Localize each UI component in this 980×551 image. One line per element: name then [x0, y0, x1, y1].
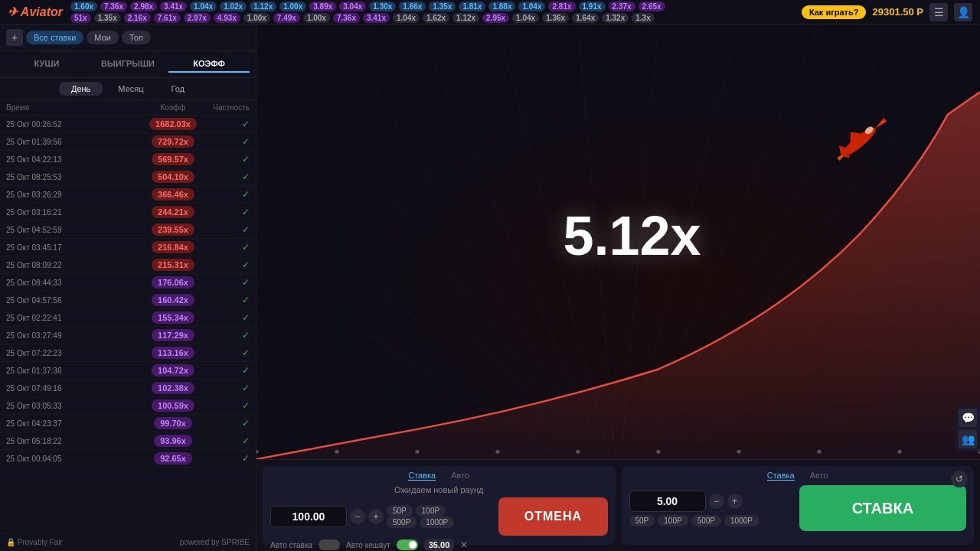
table-row[interactable]: 25 Окт 07:22:23 113.16x ✓	[0, 344, 256, 362]
odd-chip[interactable]: 2.95x	[482, 13, 509, 23]
table-row[interactable]: 25 Окт 03:45:17 216.84x ✓	[0, 239, 256, 256]
time-tab-year[interactable]: Год	[159, 82, 198, 96]
quick-50-2[interactable]: 50P	[629, 515, 655, 527]
table-row[interactable]: 25 Окт 04:57:56 160.42x ✓	[0, 292, 256, 309]
bet-tab-auto-1[interactable]: Авто	[451, 471, 469, 481]
table-row[interactable]: 25 Окт 04:23:37 99.70x ✓	[0, 415, 256, 432]
odd-chip[interactable]: 1.00x	[279, 2, 306, 11]
quick-100-1[interactable]: 100P	[416, 505, 446, 517]
odd-chip[interactable]: 1.04x	[518, 2, 545, 11]
bet-tab-stavka-2[interactable]: Ставка	[767, 471, 795, 481]
odd-chip[interactable]: 7.49x	[273, 13, 300, 23]
odd-chip[interactable]: 2.65x	[639, 2, 665, 11]
sub-tab-wins[interactable]: ВЫИГРЫШИ	[87, 56, 168, 73]
odd-chip[interactable]: 1.81x	[459, 2, 485, 11]
odd-chip[interactable]: 3.41x	[160, 2, 187, 11]
plus-button[interactable]: +	[6, 29, 23, 46]
odd-chip[interactable]: 1.62x	[423, 13, 449, 23]
bet-tab-auto-2[interactable]: Авто	[810, 471, 828, 481]
odd-chip[interactable]: 2.16x	[124, 13, 151, 23]
table-row[interactable]: 25 Окт 08:09:22 215.31x ✓	[0, 256, 256, 274]
table-row[interactable]: 25 Окт 04:22:13 569.57x ✓	[0, 151, 256, 168]
menu-button[interactable]: ☰	[929, 3, 948, 21]
bet-plus-2[interactable]: +	[727, 494, 743, 509]
bet-plus-1[interactable]: +	[368, 509, 384, 524]
odd-chip[interactable]: 7.36x	[333, 13, 360, 23]
odd-chip[interactable]: 2.97x	[184, 13, 211, 23]
table-row[interactable]: 25 Окт 08:44:33 176.06x ✓	[0, 274, 256, 292]
cashout-clear-button[interactable]: ✕	[460, 540, 468, 550]
table-row[interactable]: 25 Окт 03:26:29 366.46x ✓	[0, 186, 256, 204]
chat-icon-button[interactable]: 💬	[959, 409, 977, 427]
logo: ✈ Aviator	[8, 5, 63, 19]
odd-chip[interactable]: 1.04x	[512, 13, 539, 23]
tab-top[interactable]: Топ	[122, 31, 151, 44]
quick-50-1[interactable]: 50P	[387, 505, 413, 517]
bet-amount-input-1[interactable]	[270, 506, 347, 527]
odd-chip[interactable]: 51x	[70, 13, 91, 23]
table-row[interactable]: 25 Окт 00:26:52 1682.03x ✓	[0, 116, 256, 133]
odd-chip[interactable]: 1.64x	[572, 13, 599, 23]
odd-chip[interactable]: 1.35x	[429, 2, 456, 11]
table-row[interactable]: 25 Окт 01:39:56 729.72x ✓	[0, 133, 256, 151]
odd-chip[interactable]: 1.04x	[393, 13, 420, 23]
odd-chip[interactable]: 1.66x	[399, 2, 426, 11]
time-tab-day[interactable]: День	[59, 82, 103, 96]
bet-amount-input-2[interactable]	[629, 491, 706, 512]
stavka-button[interactable]: СТАВКА	[799, 485, 966, 531]
table-row[interactable]: 25 Окт 00:04:05 92.65x ✓	[0, 450, 256, 468]
users-icon-button[interactable]: 👥	[959, 430, 977, 448]
odd-chip[interactable]: 1.02x	[220, 2, 247, 11]
odd-chip[interactable]: 1.60x	[70, 2, 97, 11]
table-row[interactable]: 25 Окт 08:25:53 504.10x ✓	[0, 168, 256, 186]
quick-1000-1[interactable]: 1000P	[420, 517, 454, 528]
panel2-icon-button[interactable]: ↺	[951, 471, 968, 487]
odd-chip[interactable]: 1.04x	[190, 2, 217, 11]
quick-100-2[interactable]: 100P	[658, 515, 688, 527]
user-button[interactable]: 👤	[954, 3, 972, 21]
cancel-button[interactable]: ОТМЕНА	[498, 497, 607, 536]
time-tab-month[interactable]: Месяц	[106, 82, 155, 96]
odd-chip[interactable]: 1.88x	[488, 2, 515, 11]
odd-chip[interactable]: 1.35x	[94, 13, 121, 23]
odd-chip[interactable]: 3.41x	[363, 13, 390, 23]
how-to-play-button[interactable]: Как играть?	[802, 5, 867, 19]
bet-minus-1[interactable]: −	[350, 509, 365, 524]
odd-chip[interactable]: 3.89x	[309, 2, 336, 11]
auto-stavka-toggle[interactable]	[318, 540, 340, 550]
table-row[interactable]: 25 Окт 03:16:21 244.21x ✓	[0, 204, 256, 221]
odd-chip[interactable]: 2.37x	[609, 2, 635, 11]
table-row[interactable]: 25 Окт 02:22:41 155.34x ✓	[0, 309, 256, 327]
odd-chip[interactable]: 7.36x	[100, 2, 127, 11]
odd-chip[interactable]: 3.04x	[339, 2, 366, 11]
table-row[interactable]: 25 Окт 07:49:16 102.38x ✓	[0, 380, 256, 397]
table-row[interactable]: 25 Окт 03:27:49 117.29x ✓	[0, 327, 256, 344]
bet-tab-stavka-1[interactable]: Ставка	[408, 471, 436, 481]
table-row[interactable]: 25 Окт 03:05:33 100.59x ✓	[0, 397, 256, 415]
quick-500-1[interactable]: 500P	[387, 517, 416, 528]
bet-minus-2[interactable]: −	[709, 494, 724, 509]
odd-chip[interactable]: 1.3x	[632, 13, 654, 23]
quick-500-2[interactable]: 500P	[691, 515, 721, 527]
odd-chip[interactable]: 2.98x	[130, 2, 157, 11]
odd-chip[interactable]: 1.12x	[452, 13, 479, 23]
auto-cashout-toggle[interactable]	[397, 540, 418, 550]
odd-chip[interactable]: 1.30x	[369, 2, 396, 11]
table-row[interactable]: 25 Окт 04:52:59 239.55x ✓	[0, 221, 256, 239]
odd-chip[interactable]: 1.12x	[250, 2, 276, 11]
tab-my-bets[interactable]: Мои	[87, 31, 119, 44]
quick-1000-2[interactable]: 1000P	[724, 515, 759, 527]
odd-chip[interactable]: 1.32x	[602, 13, 629, 23]
table-row[interactable]: 25 Окт 05:18:22 93.96x ✓	[0, 432, 256, 450]
odd-chip[interactable]: 1.36x	[542, 13, 569, 23]
odd-chip[interactable]: 4.93x	[214, 13, 240, 23]
sub-tab-kushi[interactable]: КУШИ	[6, 56, 87, 73]
table-row[interactable]: 25 Окт 01:37:36 104.72x ✓	[0, 362, 256, 380]
odd-chip[interactable]: 7.61x	[154, 13, 181, 23]
tab-all-bets[interactable]: Все ставки	[26, 31, 83, 44]
odd-chip[interactable]: 1.00x	[303, 13, 330, 23]
odd-chip[interactable]: 1.00x	[243, 13, 270, 23]
odd-chip[interactable]: 1.91x	[579, 2, 606, 11]
sub-tab-coeff[interactable]: КОЭФФ	[168, 56, 250, 73]
odd-chip[interactable]: 2.81x	[548, 2, 575, 11]
